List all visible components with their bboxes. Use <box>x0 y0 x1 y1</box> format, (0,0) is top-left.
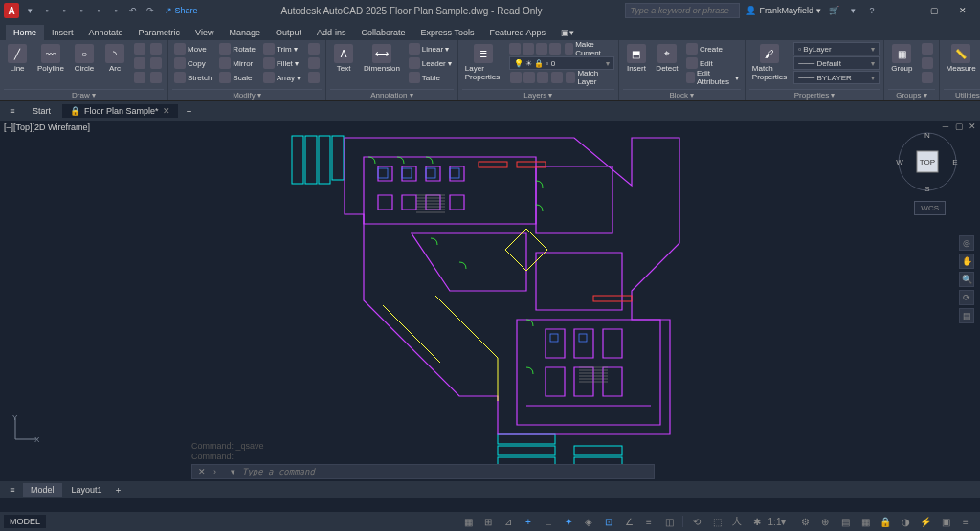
help-search-input[interactable] <box>625 3 740 18</box>
redo-icon[interactable]: ↷ <box>144 4 157 17</box>
detect-button[interactable]: ⌖Detect <box>654 42 680 75</box>
stretch-button[interactable]: Stretch <box>172 71 213 84</box>
document-tab[interactable]: 🔒 Floor Plan Sample* ✕ <box>62 104 178 118</box>
draw-misc-6[interactable] <box>148 71 164 84</box>
draw-misc-2[interactable] <box>148 42 164 55</box>
line-button[interactable]: ╱Line <box>4 42 31 75</box>
leader-button[interactable]: Leader ▾ <box>407 56 454 70</box>
group-misc-1[interactable] <box>920 42 935 55</box>
lineweight-dropdown[interactable]: ─── Default▾ <box>793 56 880 70</box>
copy-button[interactable]: Copy <box>172 56 213 70</box>
minimize-button[interactable]: ─ <box>892 2 919 19</box>
command-line[interactable]: ✕ ›_ ▾ <box>191 464 655 479</box>
circle-button[interactable]: ○Circle <box>71 42 98 75</box>
lock-ui[interactable]: 🔒 <box>877 514 894 529</box>
linetype-dropdown[interactable]: ─── BYLAYER▾ <box>793 71 880 84</box>
fillet-button[interactable]: Fillet ▾ <box>261 56 302 70</box>
measure-button[interactable]: 📏Measure <box>944 42 979 75</box>
edit-block-button[interactable]: Edit <box>684 56 741 70</box>
panel-groups-label[interactable]: Groups ▾ <box>888 89 934 100</box>
help-icon[interactable]: ? <box>865 4 879 17</box>
layer-misc-3[interactable] <box>536 42 548 55</box>
panel-annotation-label[interactable]: Annotation ▾ <box>330 89 454 100</box>
close-tab-icon[interactable]: ✕ <box>163 106 170 116</box>
osnap-toggle[interactable]: ⊡ <box>600 514 617 529</box>
user-account-button[interactable]: 👤 FrankMayfield ▾ <box>746 6 821 15</box>
apps-icon[interactable]: ▾ <box>846 4 859 17</box>
dimension-button[interactable]: ⟷Dimension <box>361 42 403 75</box>
group-button[interactable]: ▦Group <box>888 42 915 75</box>
ribbon-tab-parametric[interactable]: Parametric <box>131 25 189 40</box>
wcs-badge[interactable]: WCS <box>914 201 946 215</box>
polyline-button[interactable]: 〰Polyline <box>34 42 67 75</box>
arc-button[interactable]: ◝Arc <box>101 42 128 75</box>
customize-status[interactable]: ≡ <box>957 514 974 529</box>
command-input[interactable] <box>242 467 650 476</box>
annotation-visibility[interactable]: ✱ <box>748 514 766 529</box>
file-tabs-menu[interactable]: ≡ <box>4 103 21 119</box>
snap-toggle[interactable]: ⊞ <box>479 514 497 529</box>
draw-misc-5[interactable] <box>132 71 147 84</box>
open-icon[interactable]: ▫ <box>57 4 71 17</box>
cmd-close-icon[interactable]: ✕ <box>196 466 208 477</box>
start-tab[interactable]: Start <box>25 104 58 118</box>
ribbon-tab-featured[interactable]: Featured Apps <box>481 25 553 40</box>
ribbon-tab-insert[interactable]: Insert <box>44 25 81 40</box>
ribbon-tab-home[interactable]: Home <box>6 25 44 40</box>
color-dropdown[interactable]: ▫ ByLayer▾ <box>793 42 880 55</box>
panel-draw-label[interactable]: Draw ▾ <box>4 89 164 100</box>
view-cube[interactable]: TOP N S E W <box>894 128 961 195</box>
layer-misc-1[interactable] <box>509 42 522 55</box>
panel-modify-label[interactable]: Modify ▾ <box>172 89 322 100</box>
table-button[interactable]: Table <box>407 71 454 84</box>
save-icon[interactable]: ▫ <box>75 4 88 17</box>
viewport-close[interactable]: ✕ <box>967 121 978 132</box>
ribbon-tab-output[interactable]: Output <box>268 25 309 40</box>
dynamic-input-toggle[interactable]: + <box>520 514 537 529</box>
new-document-tab[interactable]: ＋ <box>182 103 197 119</box>
nav-showmotion-icon[interactable]: ▤ <box>959 308 974 323</box>
qat-menu-icon[interactable]: ▾ <box>23 4 36 17</box>
layer-misc-7[interactable] <box>537 71 549 84</box>
nav-pan-icon[interactable]: ✋ <box>959 254 974 269</box>
move-button[interactable]: Move <box>172 42 213 55</box>
modify-misc-2[interactable] <box>306 56 322 70</box>
nav-zoom-icon[interactable]: 🔍 <box>959 272 974 287</box>
ribbon-tab-annotate[interactable]: Annotate <box>81 25 131 40</box>
mirror-button[interactable]: Mirror <box>217 56 257 70</box>
layer-misc-5[interactable] <box>509 71 522 84</box>
panel-block-label[interactable]: Block ▾ <box>623 89 741 100</box>
viewport-label[interactable]: [–][Top][2D Wireframe] <box>4 122 90 132</box>
nav-orbit-icon[interactable]: ⟳ <box>959 290 974 305</box>
ribbon-tab-view[interactable]: View <box>188 25 221 40</box>
ortho-toggle[interactable]: ∟ <box>540 514 557 529</box>
ribbon-tab-express[interactable]: Express Tools <box>413 25 482 40</box>
workspace-switching[interactable]: ⚙ <box>796 514 813 529</box>
model-tab[interactable]: Model <box>23 483 62 497</box>
new-icon[interactable]: ▫ <box>40 4 54 17</box>
drawing-canvas[interactable]: [–][Top][2D Wireframe] ─ ▢ ✕ <box>0 121 980 481</box>
quick-properties[interactable]: ▦ <box>857 514 874 529</box>
ucs-icon[interactable]: Y X <box>11 414 40 443</box>
draw-misc-3[interactable] <box>132 56 147 70</box>
3d-osnap[interactable]: ⬚ <box>708 514 725 529</box>
match-properties-button[interactable]: 🖌Match Properties <box>749 42 790 83</box>
ribbon-tab-collaborate[interactable]: Collaborate <box>354 25 413 40</box>
infer-toggle[interactable]: ⊿ <box>500 514 517 529</box>
linear-button[interactable]: Linear ▾ <box>407 42 454 55</box>
hardware-accel[interactable]: ⚡ <box>917 514 934 529</box>
grid-toggle[interactable]: ▦ <box>459 514 477 529</box>
array-button[interactable]: Array ▾ <box>261 71 302 84</box>
layer-dropdown[interactable]: 💡 ☀ 🔒 ▫ 0▾ <box>509 56 614 70</box>
plot-icon[interactable]: ▫ <box>109 4 122 17</box>
panel-utilities-label[interactable]: Utilities ▾ <box>944 89 980 100</box>
ribbon-tab-addins[interactable]: Add-ins <box>309 25 354 40</box>
insert-block-button[interactable]: ⬒Insert <box>623 42 650 75</box>
make-current-button[interactable]: Make Current <box>563 42 614 55</box>
cart-icon[interactable]: 🛒 <box>827 4 840 17</box>
panel-layers-label[interactable]: Layers ▾ <box>462 89 614 100</box>
match-layer-button[interactable]: Match Layer <box>564 71 614 84</box>
scale-button[interactable]: Scale <box>217 71 257 84</box>
panel-properties-label[interactable]: Properties ▾ <box>749 89 880 100</box>
annotation-monitor[interactable]: ⊕ <box>816 514 834 529</box>
